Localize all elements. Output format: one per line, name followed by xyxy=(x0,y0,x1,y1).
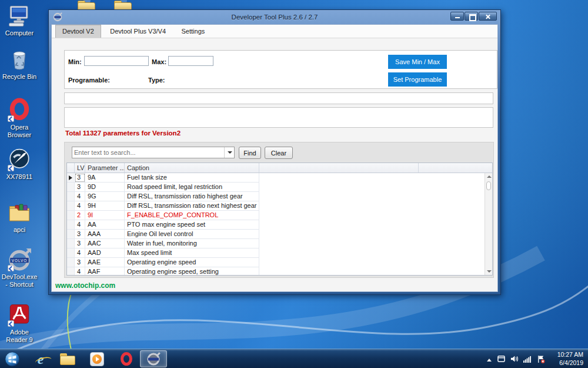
desktop-icon-recycle-bin[interactable]: Recycle Bin xyxy=(1,47,38,81)
table-row[interactable]: 3 AAC Water in fuel, monitoring xyxy=(67,239,485,248)
cell-caption[interactable]: PTO max engine speed set xyxy=(125,220,259,230)
network-signal-icon[interactable] xyxy=(523,355,532,363)
taskbar-opera[interactable] xyxy=(116,350,136,367)
titlebar[interactable]: Developer Tool Plus 2.6 / 2.7 xyxy=(49,10,500,24)
cell-parameter[interactable]: AAF xyxy=(85,267,125,276)
cell-parameter[interactable]: AAE xyxy=(85,258,125,267)
close-button[interactable] xyxy=(479,12,497,21)
search-input[interactable] xyxy=(74,148,221,157)
cell-caption[interactable]: Operating engine speed xyxy=(125,258,259,267)
cell-parameter[interactable]: 9D xyxy=(85,183,125,192)
cell-lv[interactable]: 3 xyxy=(75,258,85,267)
maximize-button[interactable] xyxy=(465,12,478,21)
background-folder-icon[interactable] xyxy=(113,0,133,10)
header-parameter[interactable]: Parameter ... xyxy=(85,163,125,173)
find-button[interactable]: Find xyxy=(239,147,261,159)
desktop-icon-opera[interactable]: Opera Browser xyxy=(1,98,38,138)
cell-caption[interactable]: F_ENABLE_COMP_CONTROL xyxy=(125,211,259,220)
taskbar-internet-explorer[interactable]: e xyxy=(31,350,51,367)
cell-parameter[interactable]: 9I xyxy=(85,211,125,220)
cell-parameter[interactable]: AAD xyxy=(85,248,125,258)
table-row[interactable]: 4 9H Diff RSL, transmission ratio next h… xyxy=(67,201,485,211)
table-row[interactable]: 4 AAD Max speed limit xyxy=(67,248,485,258)
set-programable-button[interactable]: Set Programable xyxy=(388,72,447,87)
cell-empty xyxy=(259,201,485,211)
table-row[interactable]: 4 9G Diff RSL, transmission ratio highes… xyxy=(67,192,485,201)
taskbar-media-player[interactable] xyxy=(87,350,107,367)
cell-parameter[interactable]: AAC xyxy=(85,239,125,248)
cell-caption[interactable]: Water in fuel, monitoring xyxy=(125,239,259,248)
cell-parameter[interactable]: AA xyxy=(85,220,125,230)
cell-parameter[interactable]: AAA xyxy=(85,230,125,239)
taskbar-devtool-active[interactable] xyxy=(140,350,167,367)
table-row[interactable]: 3 AAE Operating engine speed xyxy=(67,258,485,267)
cell-caption[interactable]: Engine Oil level control xyxy=(125,230,259,239)
table-row[interactable]: 2 9I F_ENABLE_COMP_CONTROL xyxy=(67,211,485,220)
min-input[interactable] xyxy=(84,56,149,66)
cell-parameter[interactable]: 9H xyxy=(85,201,125,211)
output-box-1[interactable] xyxy=(64,92,493,104)
desktop-icon-apci[interactable]: apci xyxy=(1,200,38,234)
cell-lv[interactable]: 4 xyxy=(75,248,85,258)
volvo-logo-icon xyxy=(146,352,161,366)
cell-caption[interactable]: Operating engine speed, setting xyxy=(125,267,259,276)
cell-parameter[interactable]: 9A xyxy=(85,173,125,183)
volume-icon[interactable] xyxy=(510,355,518,363)
cell-caption[interactable]: Diff RSL, transmission ratio highest gea… xyxy=(125,192,259,201)
cell-lv[interactable]: 3 xyxy=(75,173,85,183)
scroll-up-icon[interactable] xyxy=(487,175,492,178)
cell-lv[interactable]: 3 xyxy=(75,239,85,248)
cell-parameter[interactable]: 9G xyxy=(85,192,125,201)
table-row[interactable]: 4 AA PTO max engine speed set xyxy=(67,220,485,230)
cell-empty xyxy=(259,258,485,267)
cell-caption[interactable]: Max speed limit xyxy=(125,248,259,258)
vertical-scrollbar[interactable] xyxy=(485,173,492,275)
output-box-2[interactable] xyxy=(64,107,493,128)
tray-program-icon[interactable] xyxy=(497,355,505,363)
scroll-down-icon[interactable] xyxy=(487,270,492,273)
taskbar-explorer[interactable] xyxy=(58,350,78,367)
background-folder-icon[interactable] xyxy=(76,0,96,10)
table-row[interactable]: 3 9D Road speed limit, legal restriction xyxy=(67,183,485,192)
cell-caption[interactable]: Road speed limit, legal restriction xyxy=(125,183,259,192)
header-caption[interactable]: Caption xyxy=(125,163,259,173)
save-minmax-button[interactable]: Save Min / Max xyxy=(388,55,447,69)
status-text: Total 11327 parameters for Version2 xyxy=(65,130,181,137)
table-row[interactable]: 4 AAF Operating engine speed, setting xyxy=(67,267,485,276)
shortcut-arrow-icon xyxy=(8,165,14,171)
cell-lv[interactable]: 2 xyxy=(75,211,85,220)
minmax-groupbox: Min: Max: Programable: Type: Save Min / … xyxy=(64,50,497,89)
scrollbar-thumb[interactable] xyxy=(486,181,491,190)
website-link[interactable]: www.otochip.com xyxy=(55,281,115,290)
cell-caption[interactable]: Diff RSL, transmission ratio next highes… xyxy=(125,201,259,211)
tab-devtool-plus-v3v4[interactable]: Devtool Plus V3/V4 xyxy=(103,25,172,38)
minimize-button[interactable] xyxy=(450,12,464,21)
cell-lv[interactable]: 3 xyxy=(75,230,85,239)
row-indicator xyxy=(67,267,75,276)
desktop-icon-devtool-shortcut[interactable]: VOLVO DevTool.exe - Shortcut xyxy=(1,247,38,288)
show-hidden-icons-icon[interactable] xyxy=(487,356,492,362)
tab-settings[interactable]: Settings xyxy=(175,25,212,38)
start-button[interactable] xyxy=(2,350,22,367)
cell-lv[interactable]: 4 xyxy=(75,267,85,276)
search-combobox[interactable] xyxy=(72,147,235,158)
clear-button[interactable]: Clear xyxy=(265,147,293,159)
taskbar-clock[interactable]: 10:27 AM 6/4/2019 xyxy=(550,351,583,366)
cell-lv[interactable]: 4 xyxy=(75,201,85,211)
chevron-down-icon[interactable] xyxy=(224,147,234,158)
cell-empty xyxy=(259,220,485,230)
cell-lv[interactable]: 3 xyxy=(75,183,85,192)
cell-lv[interactable]: 4 xyxy=(75,220,85,230)
desktop-icon-computer[interactable]: Computer xyxy=(1,4,38,37)
desktop-icon-xx78911[interactable]: XX78911 xyxy=(1,147,38,181)
adobe-reader-icon xyxy=(7,303,32,327)
header-lv[interactable]: LV xyxy=(75,163,85,173)
cell-lv[interactable]: 4 xyxy=(75,192,85,201)
table-row[interactable]: 3 AAA Engine Oil level control xyxy=(67,230,485,239)
max-input[interactable] xyxy=(168,56,213,66)
desktop-icon-adobe-reader[interactable]: Adobe Reader 9 xyxy=(1,303,38,343)
action-center-flag-icon[interactable] xyxy=(537,355,545,363)
tab-devtool-v2[interactable]: Devtool V2 xyxy=(55,25,101,38)
table-row[interactable]: 3 9A Fuel tank size xyxy=(67,173,485,183)
cell-caption[interactable]: Fuel tank size xyxy=(125,173,259,183)
